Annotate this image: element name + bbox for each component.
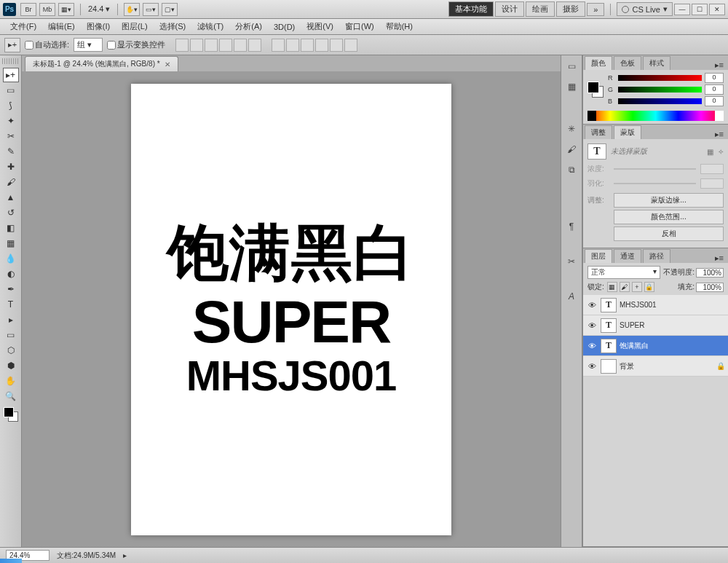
visibility-icon[interactable]: 👁 (586, 362, 598, 371)
screen-icon[interactable]: ▢▾ (162, 3, 178, 16)
foreground-color[interactable] (4, 407, 14, 417)
invert-button[interactable]: 反相 (614, 227, 724, 241)
pen-tool[interactable]: ✒ (3, 282, 19, 296)
hand-tool[interactable]: ✋ (3, 374, 19, 388)
dist-btn[interactable] (330, 39, 343, 52)
align-btn[interactable] (248, 39, 261, 52)
vector-mask-icon[interactable]: ✧ (718, 148, 724, 156)
dist-btn[interactable] (272, 39, 285, 52)
dist-btn[interactable] (301, 39, 314, 52)
visibility-icon[interactable]: 👁 (586, 321, 598, 330)
move-tool[interactable]: ▸+ (3, 68, 19, 82)
align-btn[interactable] (190, 39, 203, 52)
3d-camera-tool[interactable]: ⬢ (3, 358, 19, 373)
clone-icon[interactable]: ⧉ (565, 163, 578, 176)
history-brush-tool[interactable]: ↺ (3, 205, 19, 220)
color-swatches[interactable] (587, 82, 604, 98)
menu-image[interactable]: 图像(I) (81, 20, 116, 34)
styles-tab[interactable]: 样式 (643, 56, 670, 70)
r-slider[interactable] (618, 75, 702, 81)
workspace-design[interactable]: 设计 (495, 1, 524, 17)
color-spectrum[interactable] (587, 111, 724, 121)
b-value[interactable]: 0 (705, 96, 724, 106)
layer-row[interactable]: 👁 背景 🔒 (583, 356, 728, 377)
blur-tool[interactable]: 💧 (3, 251, 19, 266)
shape-tool[interactable]: ▭ (3, 328, 19, 342)
grid-icon[interactable]: ▦▾ (58, 3, 74, 16)
masks-tab[interactable]: 蒙版 (614, 125, 641, 139)
document-tab[interactable]: 未标题-1 @ 24.4% (饱满黑白, RGB/8) * ✕ (25, 56, 178, 71)
workspace-photo[interactable]: 摄影 (556, 1, 585, 17)
zoom-tool[interactable]: 🔍 (3, 389, 19, 403)
canvas-viewport[interactable]: 饱满黑白 SUPER MHSJS001 (22, 71, 561, 547)
panel-menu-icon[interactable]: ▸≡ (711, 60, 728, 70)
opacity-input[interactable]: 100% (696, 268, 724, 277)
show-transform-checkbox[interactable]: 显示变换控件 (107, 39, 165, 50)
eyedropper-tool[interactable]: ✎ (3, 144, 19, 159)
3d-tool[interactable]: ⬡ (3, 343, 19, 358)
dist-btn[interactable] (286, 39, 299, 52)
menu-filter[interactable]: 滤镜(T) (191, 20, 229, 34)
type-tool[interactable]: T (3, 297, 19, 312)
character-icon[interactable]: A (565, 290, 578, 303)
visibility-icon[interactable]: 👁 (586, 342, 598, 350)
stamp-tool[interactable]: ▲ (3, 190, 19, 205)
path-select-tool[interactable]: ▸ (3, 312, 19, 327)
fg-bg-colors[interactable] (4, 407, 18, 422)
r-value[interactable]: 0 (705, 73, 724, 83)
minimize-button[interactable]: — (674, 4, 690, 15)
lock-position-icon[interactable]: + (632, 282, 642, 292)
crop-tool[interactable]: ✂ (3, 129, 19, 143)
gradient-tool[interactable]: ▦ (3, 236, 19, 251)
autoselect-checkbox[interactable]: 自动选择: (25, 39, 69, 50)
menu-file[interactable]: 文件(F) (4, 20, 42, 34)
align-btn[interactable] (219, 39, 232, 52)
zoom-display[interactable]: 24.4 ▾ (85, 4, 113, 14)
tool-presets-icon[interactable]: ✂ (565, 255, 578, 268)
layer-thumbnail[interactable]: T (601, 339, 617, 353)
move-tool-icon[interactable]: ▸+ (4, 38, 20, 52)
paths-tab[interactable]: 路径 (643, 249, 670, 263)
layer-row[interactable]: 👁 T 饱满黑白 (583, 336, 728, 356)
dodge-tool[interactable]: ◐ (3, 267, 19, 281)
panel-menu-icon[interactable]: ▸≡ (711, 130, 728, 139)
align-btn[interactable] (175, 39, 189, 52)
lasso-tool[interactable]: ⟆ (3, 98, 19, 113)
heal-tool[interactable]: ✚ (3, 160, 19, 174)
history-icon[interactable]: ▭ (565, 60, 578, 73)
marquee-tool[interactable]: ▭ (3, 83, 19, 98)
menu-layer[interactable]: 图层(L) (116, 20, 153, 34)
align-btn[interactable] (205, 39, 218, 52)
panel-menu-icon[interactable]: ▸≡ (711, 253, 728, 263)
workspace-basic[interactable]: 基本功能 (448, 1, 494, 17)
brush-tool[interactable]: 🖌 (3, 175, 19, 189)
g-value[interactable]: 0 (705, 84, 724, 95)
wand-tool[interactable]: ✦ (3, 114, 19, 128)
mb-icon[interactable]: Mb (39, 3, 55, 16)
tools-grip[interactable] (2, 58, 20, 64)
close-button[interactable]: ✕ (709, 4, 725, 15)
workspace-draw[interactable]: 绘画 (526, 1, 555, 17)
swatches-tab[interactable]: 色板 (614, 56, 641, 70)
menu-select[interactable]: 选择(S) (154, 20, 192, 34)
adjustments-tab[interactable]: 调整 (585, 125, 612, 139)
align-btn[interactable] (234, 39, 247, 52)
visibility-icon[interactable]: 👁 (586, 301, 598, 310)
layer-row[interactable]: 👁 T SUPER (583, 315, 728, 336)
swatches-icon[interactable]: ▦ (565, 80, 578, 93)
maximize-button[interactable]: ☐ (692, 4, 708, 15)
dist-btn[interactable] (344, 39, 357, 52)
mask-edge-button[interactable]: 蒙版边缘... (614, 193, 724, 208)
layer-thumbnail[interactable]: T (601, 318, 617, 333)
lock-pixels-icon[interactable]: 🖌 (620, 282, 630, 292)
b-slider[interactable] (618, 98, 702, 104)
menu-window[interactable]: 窗口(W) (339, 20, 380, 34)
autoselect-target[interactable]: 组 ▾ (74, 38, 103, 52)
menu-analysis[interactable]: 分析(A) (229, 20, 268, 34)
eraser-tool[interactable]: ◧ (3, 221, 19, 235)
cslive-button[interactable]: CS Live ▾ (617, 2, 673, 16)
workspace-more[interactable]: » (587, 3, 604, 16)
dist-btn[interactable] (315, 39, 328, 52)
blend-mode-select[interactable]: 正常▾ (587, 266, 660, 279)
lock-transparent-icon[interactable]: ▦ (607, 282, 617, 292)
